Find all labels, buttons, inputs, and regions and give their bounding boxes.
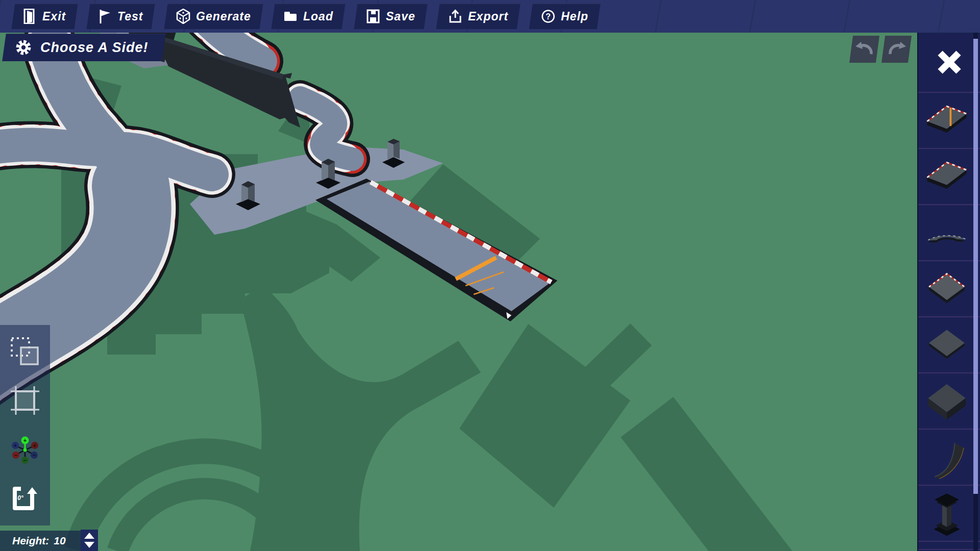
- toolbar-button-label: Help: [561, 10, 589, 23]
- test-button[interactable]: Test: [87, 4, 155, 29]
- move-gizmo-tool-icon: + + + − − −: [10, 435, 40, 465]
- pillar-piece-icon: [923, 490, 970, 537]
- top-toolbar: Exit Test Generate L: [0, 0, 980, 33]
- height-value: 10: [54, 535, 65, 547]
- palette-scrollbar-thumb[interactable]: [973, 39, 978, 494]
- piece-flat-tile[interactable]: [918, 317, 980, 373]
- exit-button[interactable]: Exit: [11, 4, 78, 29]
- undo-arrow-icon: [854, 40, 875, 59]
- toolbar-button-label: Generate: [196, 10, 251, 23]
- redo-button[interactable]: [881, 36, 912, 63]
- toolbar-button-label: Test: [117, 10, 143, 23]
- track-editor-app: { "toolbar": { "items": [ {"label": "Exi…: [0, 0, 980, 551]
- select-tool-button[interactable]: [7, 334, 43, 369]
- piece-block[interactable]: [918, 373, 980, 430]
- curved-wall-piece-icon: [923, 434, 970, 481]
- piece-straight-road-finish[interactable]: [918, 93, 980, 149]
- banner-label: Choose A Side!: [40, 40, 149, 56]
- close-icon: [936, 48, 963, 76]
- undo-button[interactable]: [849, 36, 879, 63]
- move-gizmo-tool-button[interactable]: + + + − − −: [7, 432, 43, 468]
- svg-text:+: +: [23, 437, 27, 443]
- choose-side-banner: Choose A Side!: [2, 34, 165, 61]
- straight-road-finish-piece-icon: [923, 97, 970, 144]
- rotate-tool-button[interactable]: 0°: [7, 481, 43, 517]
- toolbar-button-label: Load: [303, 10, 333, 23]
- piece-curved-wall[interactable]: [918, 430, 980, 486]
- flat-tile-piece-icon: [923, 321, 970, 368]
- area-tool-button[interactable]: [7, 383, 43, 418]
- flag-icon: [99, 9, 112, 24]
- svg-text:+: +: [14, 443, 17, 448]
- help-button[interactable]: ? Help: [529, 4, 600, 29]
- help-icon: ?: [541, 9, 555, 23]
- close-palette-button[interactable]: [918, 33, 980, 93]
- height-label: Height:: [12, 535, 49, 547]
- svg-text:?: ?: [546, 12, 551, 21]
- export-icon: [448, 9, 462, 23]
- load-button[interactable]: Load: [272, 4, 346, 29]
- tool-panel: + + + − − − 0°: [0, 325, 50, 525]
- curve-road-piece-icon: [923, 209, 970, 256]
- piece-curve-road[interactable]: [918, 205, 980, 261]
- piece-partial-cell: [918, 542, 980, 550]
- banked-tile-piece-icon: [923, 265, 970, 312]
- height-stepper[interactable]: [81, 530, 98, 551]
- toolbar-button-label: Exit: [42, 10, 66, 23]
- editor-viewport[interactable]: [0, 0, 980, 551]
- stepper-arrows-icon: [83, 532, 95, 549]
- select-tool-icon: [10, 337, 40, 366]
- height-control: Height: 10: [0, 531, 81, 551]
- rotate-angle-label: 0°: [17, 494, 23, 502]
- save-button[interactable]: Save: [354, 4, 428, 29]
- block-piece-icon: [923, 378, 970, 424]
- generate-button[interactable]: Generate: [164, 4, 263, 29]
- rotate-tool-icon: 0°: [10, 484, 40, 514]
- folder-icon: [283, 9, 298, 23]
- svg-text:+: +: [33, 443, 36, 448]
- svg-text:−: −: [23, 457, 27, 463]
- floppy-icon: [366, 9, 380, 23]
- toolbar-button-label: Export: [468, 10, 508, 23]
- redo-arrow-icon: [887, 40, 907, 59]
- area-tool-icon: [10, 385, 40, 416]
- piece-banked-tile[interactable]: [918, 261, 980, 317]
- svg-text:−: −: [14, 452, 17, 458]
- gear-icon: [13, 37, 34, 58]
- piece-palette: [917, 33, 980, 551]
- door-icon: [23, 9, 37, 24]
- history-controls: [849, 36, 912, 63]
- svg-text:−: −: [33, 452, 36, 458]
- piece-straight-road[interactable]: [918, 149, 980, 205]
- piece-pillar[interactable]: [918, 486, 980, 542]
- export-button[interactable]: Export: [436, 4, 521, 29]
- toolbar-button-label: Save: [386, 10, 415, 23]
- straight-road-piece-icon: [923, 153, 970, 200]
- dice-icon: [176, 9, 190, 24]
